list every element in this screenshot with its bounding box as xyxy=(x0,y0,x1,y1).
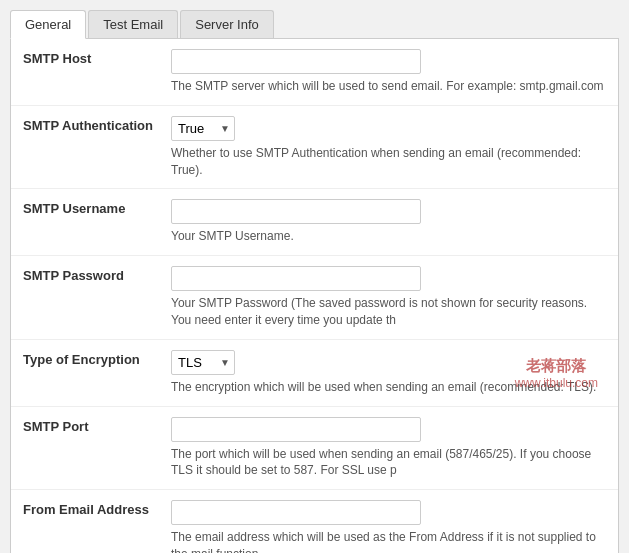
tabs-bar: General Test Email Server Info xyxy=(10,10,619,39)
field-smtp-password: Your SMTP Password (The saved password i… xyxy=(171,256,618,340)
content-area: SMTP Host The SMTP server which will be … xyxy=(10,39,619,553)
smtp-port-input[interactable] xyxy=(171,417,421,442)
row-smtp-host: SMTP Host The SMTP server which will be … xyxy=(11,39,618,105)
tab-general[interactable]: General xyxy=(10,10,86,39)
smtp-auth-select[interactable]: True False xyxy=(172,117,234,140)
field-smtp-port: The port which will be used when sending… xyxy=(171,406,618,490)
row-from-email: From Email Address The email address whi… xyxy=(11,490,618,553)
row-smtp-auth: SMTP Authentication True False ▼ Whether… xyxy=(11,105,618,189)
field-smtp-auth: True False ▼ Whether to use SMTP Authent… xyxy=(171,105,618,189)
encryption-select[interactable]: TLS SSL None xyxy=(172,351,234,374)
label-smtp-host: SMTP Host xyxy=(11,39,171,105)
row-smtp-password: SMTP Password Your SMTP Password (The sa… xyxy=(11,256,618,340)
smtp-password-desc: Your SMTP Password (The saved password i… xyxy=(171,295,606,329)
smtp-username-desc: Your SMTP Username. xyxy=(171,228,606,245)
field-smtp-username: Your SMTP Username. xyxy=(171,189,618,256)
label-smtp-password: SMTP Password xyxy=(11,256,171,340)
smtp-host-input[interactable] xyxy=(171,49,421,74)
form-table: SMTP Host The SMTP server which will be … xyxy=(11,39,618,553)
from-email-desc: The email address which will be used as … xyxy=(171,529,606,553)
label-smtp-username: SMTP Username xyxy=(11,189,171,256)
page-wrapper: General Test Email Server Info SMTP Host… xyxy=(0,0,629,553)
smtp-username-input[interactable] xyxy=(171,199,421,224)
from-email-input[interactable] xyxy=(171,500,421,525)
smtp-password-input[interactable] xyxy=(171,266,421,291)
smtp-auth-select-wrapper: True False ▼ xyxy=(171,116,235,141)
label-from-email: From Email Address xyxy=(11,490,171,553)
label-smtp-auth: SMTP Authentication xyxy=(11,105,171,189)
label-smtp-port: SMTP Port xyxy=(11,406,171,490)
row-smtp-port: SMTP Port The port which will be used wh… xyxy=(11,406,618,490)
smtp-port-desc: The port which will be used when sending… xyxy=(171,446,606,480)
row-smtp-username: SMTP Username Your SMTP Username. xyxy=(11,189,618,256)
encryption-desc: The encryption which will be used when s… xyxy=(171,379,606,396)
smtp-host-desc: The SMTP server which will be used to se… xyxy=(171,78,606,95)
field-from-email: The email address which will be used as … xyxy=(171,490,618,553)
label-type-encryption: Type of Encryption xyxy=(11,339,171,406)
tab-test-email[interactable]: Test Email xyxy=(88,10,178,38)
row-type-encryption: Type of Encryption TLS SSL None ▼ xyxy=(11,339,618,406)
field-type-encryption: TLS SSL None ▼ 老蒋部落 www.itbulu.com The e… xyxy=(171,339,618,406)
field-smtp-host: The SMTP server which will be used to se… xyxy=(171,39,618,105)
tab-server-info[interactable]: Server Info xyxy=(180,10,274,38)
watermark-line1: 老蒋部落 xyxy=(515,356,598,375)
smtp-auth-desc: Whether to use SMTP Authentication when … xyxy=(171,145,606,179)
encryption-select-wrapper: TLS SSL None ▼ xyxy=(171,350,235,375)
